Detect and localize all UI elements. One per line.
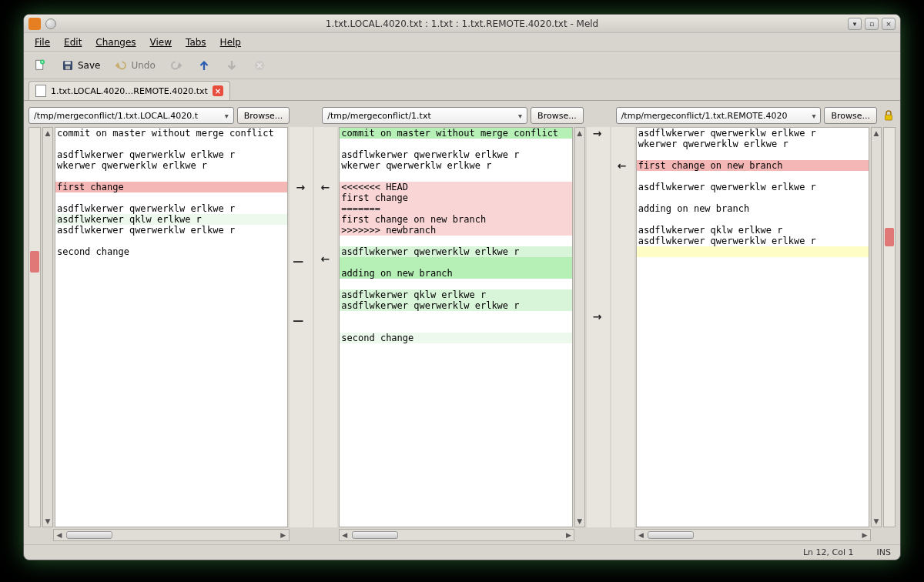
scroll-thumb[interactable]	[66, 531, 112, 539]
code-line[interactable]	[340, 322, 571, 333]
browse-button-mid[interactable]: Browse...	[531, 107, 584, 124]
code-line[interactable]	[340, 236, 571, 246]
scroll-down-icon[interactable]: ▼	[43, 516, 52, 527]
delete-chunk-icon[interactable]: —	[291, 316, 305, 326]
code-line[interactable]: first change	[340, 192, 571, 203]
scroll-thumb[interactable]	[352, 531, 398, 539]
maximize-button[interactable]: ▫	[865, 18, 879, 30]
browse-button-left[interactable]: Browse...	[237, 107, 290, 124]
push-right-icon[interactable]: →	[591, 129, 604, 139]
code-line[interactable]: wkerwer qwerwerklw erlkwe r	[340, 160, 571, 171]
code-line[interactable]: commit on master without merge conflict	[55, 128, 287, 139]
code-line[interactable]	[637, 192, 869, 203]
code-line[interactable]: adding on new branch	[637, 203, 869, 214]
code-line[interactable]	[637, 149, 869, 160]
delete-chunk-icon[interactable]: —	[291, 256, 305, 267]
code-line[interactable]: asdflwkerwer qwerwerklw erlkwe r	[340, 149, 571, 160]
scroll-right-icon[interactable]: ▶	[859, 531, 870, 539]
scrollbar-v-mid[interactable]: ▲ ▼	[574, 127, 585, 527]
push-left-icon[interactable]: ←	[318, 182, 332, 193]
text-pane-right[interactable]: asdflwkerwer qwerwerklw erlkwe rwkerwer …	[636, 127, 869, 527]
overview-left[interactable]	[28, 127, 41, 527]
scroll-down-icon[interactable]: ▼	[872, 516, 881, 527]
code-line[interactable]: asdflwkerwer qwerwerklw erlkwe r	[55, 203, 287, 214]
scroll-left-icon[interactable]: ◀	[340, 531, 350, 539]
code-line[interactable]	[637, 214, 869, 225]
menu-tabs[interactable]: Tabs	[179, 35, 213, 50]
menu-changes[interactable]: Changes	[89, 35, 142, 50]
new-button[interactable]	[28, 55, 52, 75]
stop-button[interactable]	[248, 55, 271, 75]
code-line[interactable]: first change on new branch	[637, 160, 869, 171]
code-line[interactable]	[340, 257, 571, 268]
push-right-icon[interactable]: →	[293, 182, 307, 193]
scrollbar-h-left[interactable]: ◀▶	[53, 529, 290, 541]
push-left-icon[interactable]: ←	[615, 161, 629, 172]
path-select-left[interactable]: /tmp/mergeconflict/1.txt.LOCAL.4020.t	[28, 107, 234, 124]
tab-active[interactable]: 1.txt.LOCAL.4020…REMOTE.4020.txt ×	[28, 81, 230, 100]
code-line[interactable]	[637, 171, 869, 182]
menu-file[interactable]: File	[28, 35, 56, 50]
scrollbar-h-right[interactable]: ◀▶	[634, 529, 871, 541]
code-line[interactable]: wkerwer qwerwerklw erlkwe r	[637, 139, 869, 149]
code-line[interactable]: <<<<<<< HEAD	[340, 182, 571, 192]
code-line[interactable]: second change	[340, 333, 571, 343]
scroll-right-icon[interactable]: ▶	[278, 531, 289, 539]
code-line[interactable]	[340, 139, 571, 149]
code-line[interactable]: wkerwer qwerwerklw erlkwe r	[55, 160, 287, 171]
window-menu-button[interactable]	[45, 18, 56, 29]
up-diff-button[interactable]	[192, 55, 216, 75]
redo-button[interactable]	[165, 55, 188, 75]
code-line[interactable]	[55, 192, 287, 203]
code-line[interactable]: asdflwkerwer qklw erlkwe r	[637, 225, 869, 236]
code-line[interactable]	[55, 171, 287, 182]
scrollbar-h-mid[interactable]: ◀▶	[339, 529, 575, 541]
browse-button-right[interactable]: Browse...	[824, 107, 877, 124]
scroll-up-icon[interactable]: ▲	[872, 128, 881, 139]
code-line[interactable]	[637, 246, 869, 257]
scroll-left-icon[interactable]: ◀	[635, 531, 646, 539]
scroll-down-icon[interactable]: ▼	[575, 516, 584, 527]
scroll-thumb[interactable]	[648, 531, 694, 539]
close-window-button[interactable]: ×	[882, 18, 896, 30]
scroll-right-icon[interactable]: ▶	[563, 531, 574, 539]
code-line[interactable]: >>>>>>> newbranch	[340, 225, 571, 236]
text-pane-mid[interactable]: commit on master without merge conflicta…	[339, 127, 572, 527]
text-pane-left[interactable]: commit on master without merge conflicta…	[55, 127, 288, 527]
overview-right[interactable]	[883, 127, 896, 527]
code-line[interactable]	[340, 171, 571, 182]
lock-icon[interactable]	[882, 109, 896, 122]
scrollbar-v-left[interactable]: ▲ ▼	[42, 127, 53, 527]
push-right-icon[interactable]: →	[591, 312, 604, 323]
code-line[interactable]	[340, 279, 571, 289]
code-line[interactable]	[55, 139, 287, 149]
code-line[interactable]: second change	[55, 246, 287, 257]
scroll-up-icon[interactable]: ▲	[575, 128, 584, 139]
path-select-mid[interactable]: /tmp/mergeconflict/1.txt	[322, 107, 527, 124]
code-line[interactable]: asdflwkerwer qwerwerklw erlkwe r	[340, 246, 571, 257]
save-button[interactable]: Save	[56, 55, 105, 75]
code-line[interactable]: asdflwkerwer qwerwerklw erlkwe r	[340, 300, 571, 311]
code-line[interactable]: adding on new branch	[340, 268, 571, 279]
scrollbar-v-right[interactable]: ▲ ▼	[871, 127, 882, 527]
undo-button[interactable]: Undo	[109, 55, 159, 75]
code-line[interactable]: commit on master without merge conflict	[340, 128, 571, 139]
path-select-right[interactable]: /tmp/mergeconflict/1.txt.REMOTE.4020	[616, 107, 822, 124]
code-line[interactable]: =======	[340, 203, 571, 214]
code-line[interactable]	[340, 311, 571, 322]
minimize-button[interactable]: ▾	[848, 18, 862, 30]
code-line[interactable]: asdflwkerwer qwerwerklw erlkwe r	[637, 128, 869, 139]
down-diff-button[interactable]	[220, 55, 243, 75]
menu-view[interactable]: View	[144, 35, 178, 50]
tab-close-icon[interactable]: ×	[213, 85, 223, 96]
code-line[interactable]	[55, 236, 287, 246]
code-line[interactable]: asdflwkerwer qklw erlkwe r	[340, 289, 571, 300]
code-line[interactable]: asdflwkerwer qklw erlkwe r	[55, 214, 287, 225]
code-line[interactable]: asdflwkerwer qwerwerklw erlkwe r	[637, 236, 869, 246]
scroll-up-icon[interactable]: ▲	[43, 128, 52, 139]
code-line[interactable]: asdflwkerwer qwerwerklw erlkwe r	[55, 149, 287, 160]
code-line[interactable]: asdflwkerwer qwerwerklw erlkwe r	[637, 182, 869, 192]
code-line[interactable]: first change	[55, 182, 287, 192]
scroll-left-icon[interactable]: ◀	[54, 531, 65, 539]
code-line[interactable]: asdflwkerwer qwerwerklw erlkwe r	[55, 225, 287, 236]
